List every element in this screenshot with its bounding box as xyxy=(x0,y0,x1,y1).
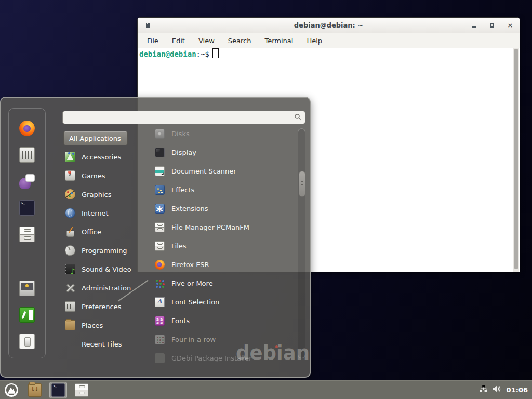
favorite-terminal[interactable] xyxy=(19,200,35,216)
taskbar-desktop-files-button[interactable] xyxy=(26,382,44,398)
terminal-titlebar[interactable]: debian@debian: ~ × xyxy=(138,18,520,33)
categories-column: All Applications AccessoriesGamesGraphic… xyxy=(62,130,140,353)
terminal-menu-terminal[interactable]: Terminal xyxy=(264,37,293,45)
fonts-icon xyxy=(155,316,165,326)
document-scanner-icon xyxy=(155,166,165,176)
folder-icon xyxy=(28,383,42,397)
maximize-button[interactable] xyxy=(489,22,495,29)
debian-watermark: debian xyxy=(236,342,310,364)
app-firefox-esr[interactable]: Firefox ESR xyxy=(149,255,295,274)
category-label: Administration xyxy=(82,284,131,292)
category-recent-files[interactable]: Recent Files xyxy=(62,335,140,353)
disks-icon xyxy=(155,129,165,139)
terminal-menu-search[interactable]: Search xyxy=(228,37,251,45)
favorite-pidgin[interactable] xyxy=(19,173,35,190)
favorite-shut-down[interactable] xyxy=(19,333,35,350)
favorite-log-out[interactable] xyxy=(19,307,35,323)
extensions-icon xyxy=(155,204,165,214)
applications-list: DisksDisplayDocument ScannerEffectsExten… xyxy=(149,124,295,367)
terminal-scrollbar-thumb[interactable] xyxy=(514,49,518,269)
category-label: Games xyxy=(82,172,105,180)
volume-icon[interactable] xyxy=(493,385,502,395)
favorite-firefox[interactable] xyxy=(19,120,35,137)
terminal-menu-view[interactable]: View xyxy=(198,37,215,45)
search-icon xyxy=(294,113,301,123)
terminal-menu-edit[interactable]: Edit xyxy=(172,37,185,45)
office-icon xyxy=(65,227,75,237)
favorite-lock-screen[interactable] xyxy=(19,280,35,297)
file-manager-icon xyxy=(75,383,88,397)
category-programming[interactable]: Programming xyxy=(62,241,140,260)
administration-icon xyxy=(65,283,75,293)
menu-logo-icon xyxy=(5,383,18,397)
category-label: Places xyxy=(82,322,103,329)
category-preferences[interactable]: Preferences xyxy=(62,297,140,316)
app-files[interactable]: Files xyxy=(149,236,295,255)
terminal-icon xyxy=(51,383,65,397)
menu-scrollbar-thumb[interactable] xyxy=(299,171,305,197)
internet-icon xyxy=(65,208,75,218)
terminal-menubar: FileEditViewSearchTerminalHelp xyxy=(138,33,520,48)
app-label: Display xyxy=(171,149,196,156)
app-extensions[interactable]: Extensions xyxy=(149,199,295,218)
app-effects[interactable]: Effects xyxy=(149,180,295,199)
close-button[interactable]: × xyxy=(507,22,513,29)
category-sound-video[interactable]: Sound & Video xyxy=(62,260,140,278)
terminal-menu-help[interactable]: Help xyxy=(307,37,322,45)
app-five-or-more[interactable]: Five or More xyxy=(149,274,295,292)
gdebi-icon xyxy=(155,353,165,363)
debian-watermark-text: debian xyxy=(236,342,310,364)
app-font-selection[interactable]: Font Selection xyxy=(149,292,295,311)
app-fonts[interactable]: Fonts xyxy=(149,311,295,330)
preferences-icon xyxy=(65,301,75,312)
category-office[interactable]: Office xyxy=(62,222,140,241)
category-places[interactable]: Places xyxy=(62,316,140,335)
minimize-button[interactable] xyxy=(471,22,477,29)
log-out-icon xyxy=(19,307,35,323)
application-menu: All Applications AccessoriesGamesGraphic… xyxy=(0,97,311,378)
category-graphics[interactable]: Graphics xyxy=(62,185,140,204)
app-label: Effects xyxy=(171,186,194,194)
category-label: Preferences xyxy=(82,303,121,311)
category-internet[interactable]: Internet xyxy=(62,204,140,222)
terminal-menu-file[interactable]: File xyxy=(147,37,158,45)
maximize-icon xyxy=(490,23,494,28)
firefox-icon xyxy=(19,121,35,136)
app-disks[interactable]: Disks xyxy=(149,124,295,143)
menu-search-input[interactable] xyxy=(66,112,294,123)
category-accessories[interactable]: Accessories xyxy=(62,148,140,166)
window-title: debian@debian: ~ xyxy=(138,21,520,29)
app-label: File Manager PCManFM xyxy=(171,223,249,231)
category-label: Accessories xyxy=(82,153,121,161)
app-label: Font Selection xyxy=(171,298,219,306)
category-list: AccessoriesGamesGraphicsInternetOfficePr… xyxy=(62,148,140,353)
effects-icon xyxy=(155,185,165,195)
app-file-manager-pcmanfm[interactable]: File Manager PCManFM xyxy=(149,218,295,236)
app-document-scanner[interactable]: Document Scanner xyxy=(149,162,295,180)
category-games[interactable]: Games xyxy=(62,166,140,185)
games-icon xyxy=(65,170,75,181)
shut-down-icon xyxy=(19,334,35,349)
taskbar: 01:06 xyxy=(0,380,532,399)
category-label: Internet xyxy=(82,209,109,217)
firefox-icon xyxy=(155,260,165,270)
terminal-scrollbar[interactable] xyxy=(513,48,519,272)
category-all-applications[interactable]: All Applications xyxy=(63,131,128,145)
category-label: Graphics xyxy=(82,191,111,198)
taskbar-menu-button[interactable] xyxy=(3,382,20,398)
network-icon[interactable] xyxy=(479,385,488,395)
favorite-control-center[interactable] xyxy=(19,147,35,163)
prompt-user-host: debian@debian xyxy=(139,50,196,58)
taskbar-file-manager-button[interactable] xyxy=(73,382,90,398)
graphics-icon xyxy=(65,189,75,200)
file-manager-icon xyxy=(155,222,165,232)
taskbar-terminal-button[interactable] xyxy=(49,382,67,398)
app-display[interactable]: Display xyxy=(149,143,295,162)
taskbar-clock[interactable]: 01:06 xyxy=(507,386,528,394)
app-label: Fonts xyxy=(171,317,190,325)
menu-scrollbar[interactable] xyxy=(298,128,305,358)
app-label: Firefox ESR xyxy=(171,261,209,269)
favorite-file-manager[interactable] xyxy=(19,226,35,243)
menu-search-box xyxy=(62,111,305,124)
favorites-column xyxy=(8,108,46,358)
